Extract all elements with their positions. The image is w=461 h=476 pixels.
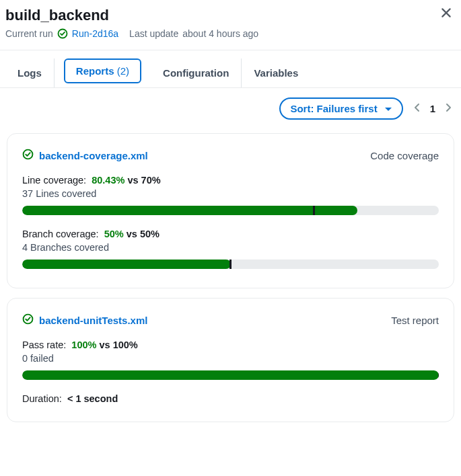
- metric-sub: 37 Lines covered: [22, 188, 439, 199]
- sort-label: Sort: Failures first: [290, 103, 377, 114]
- metric-label: Pass rate:: [22, 340, 66, 350]
- metric-vs: vs 50%: [127, 229, 159, 239]
- metric-vs: vs 70%: [127, 175, 160, 186]
- metric-value: 50%: [104, 229, 124, 239]
- close-icon: [440, 11, 452, 21]
- tab-reports-label: Reports: [76, 65, 114, 77]
- tab-reports[interactable]: Reports (2): [64, 58, 141, 83]
- caret-down-icon: [384, 103, 392, 114]
- report-type: Code coverage: [370, 150, 439, 161]
- progress-bar: [22, 260, 439, 269]
- pager-prev-button[interactable]: [413, 102, 422, 116]
- chevron-left-icon: [414, 104, 421, 114]
- progress-bar: [22, 206, 439, 215]
- page-number: 1: [430, 103, 435, 114]
- metric-sub: 4 Branches covered: [22, 242, 439, 253]
- page-title: build_backend: [5, 7, 456, 24]
- report-card-tests: backend-unitTests.xml Test report Pass r…: [7, 298, 454, 422]
- tab-bar: Logs Reports (2) Configuration Variables: [0, 50, 461, 88]
- tab-reports-count: (2): [117, 65, 129, 77]
- metric-value: 80.43%: [92, 175, 125, 186]
- report-type: Test report: [391, 315, 439, 326]
- metric-value: 100%: [71, 340, 96, 350]
- report-title-link[interactable]: backend-unitTests.xml: [39, 315, 147, 326]
- success-icon: [57, 28, 68, 39]
- last-update-value: about 4 hours ago: [182, 28, 258, 39]
- close-button[interactable]: [438, 5, 454, 22]
- last-update-label: Last update: [129, 28, 178, 39]
- success-icon: [22, 149, 34, 163]
- progress-marker: [229, 260, 232, 269]
- metric-vs: vs 100%: [99, 340, 137, 350]
- current-run-label: Current run: [5, 28, 53, 39]
- progress-fill: [22, 370, 439, 380]
- progress-bar: [22, 370, 439, 380]
- tab-configuration[interactable]: Configuration: [151, 58, 242, 87]
- sort-button[interactable]: Sort: Failures first: [279, 97, 402, 120]
- metric-sub: 0 failed: [22, 353, 439, 364]
- progress-marker: [313, 206, 315, 215]
- pager-next-button[interactable]: [444, 102, 453, 116]
- report-title-link[interactable]: backend-coverage.xml: [39, 150, 148, 161]
- tab-logs[interactable]: Logs: [15, 58, 55, 87]
- run-link[interactable]: Run-2d16a: [72, 28, 118, 39]
- report-card-coverage: backend-coverage.xml Code coverage Line …: [7, 133, 454, 288]
- chevron-right-icon: [445, 104, 452, 114]
- duration-value: < 1 second: [67, 393, 118, 404]
- success-icon: [22, 313, 34, 327]
- progress-marker: [438, 370, 439, 380]
- duration-label: Duration:: [22, 393, 62, 404]
- progress-fill: [22, 260, 231, 269]
- progress-fill: [22, 206, 357, 215]
- metric-label: Line coverage:: [22, 175, 86, 186]
- metric-label: Branch coverage:: [22, 229, 99, 239]
- tab-variables[interactable]: Variables: [242, 58, 310, 87]
